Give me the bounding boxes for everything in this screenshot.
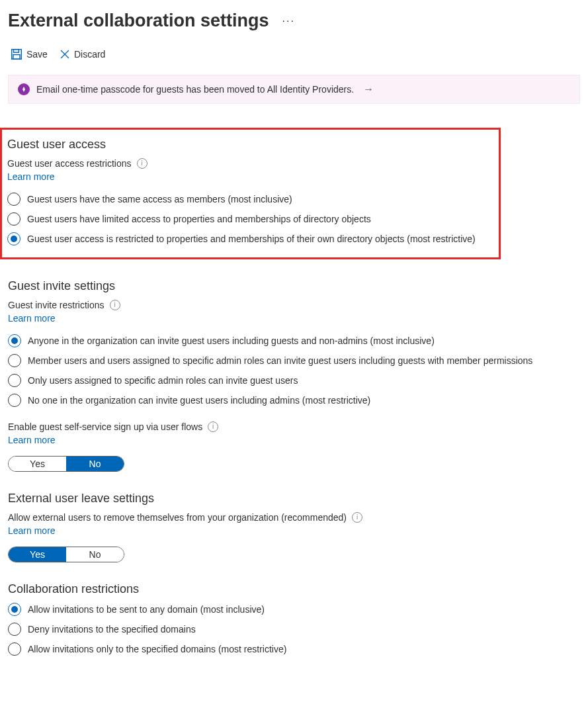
- radio-label: Guest user access is restricted to prope…: [27, 234, 476, 244]
- collab-heading: Collaboration restrictions: [8, 582, 580, 596]
- collab-section: Collaboration restrictions Allow invitat…: [8, 582, 580, 656]
- toggle-no[interactable]: No: [66, 547, 124, 562]
- radio-label: Allow invitations only to the specified …: [28, 644, 286, 654]
- radio-label: Deny invitations to the specified domain…: [28, 624, 196, 635]
- self-service-toggle[interactable]: Yes No: [8, 456, 124, 472]
- leave-section: External user leave settings Allow exter…: [8, 492, 580, 562]
- radio-label: Guest users have limited access to prope…: [27, 214, 371, 224]
- guest_access-option[interactable]: Guest users have the same access as memb…: [7, 193, 493, 206]
- learn-more-link[interactable]: Learn more: [8, 525, 56, 536]
- arrow-right-icon: →: [363, 83, 374, 95]
- radio-label: Only users assigned to specific admin ro…: [28, 375, 298, 386]
- guest-invite-section: Guest invite settings Guest invite restr…: [8, 279, 580, 472]
- radio-label: Guest users have the same access as memb…: [27, 194, 292, 204]
- radio-icon[interactable]: [8, 334, 21, 347]
- guest_invite-option[interactable]: Only users assigned to specific admin ro…: [8, 374, 580, 387]
- radio-label: Allow invitations to be sent to any doma…: [28, 604, 265, 615]
- page-title: External collaboration settings: [8, 11, 269, 31]
- guest-access-highlight: Guest user access Guest user access rest…: [0, 128, 501, 259]
- radio-icon[interactable]: [8, 394, 21, 407]
- radio-icon[interactable]: [7, 212, 21, 226]
- guest_invite-option[interactable]: Member users and users assigned to speci…: [8, 354, 580, 367]
- compass-icon: [18, 83, 30, 95]
- learn-more-link[interactable]: Learn more: [8, 313, 56, 324]
- radio-icon[interactable]: [8, 354, 21, 367]
- radio-label: Anyone in the organization can invite gu…: [28, 335, 435, 346]
- guest_invite-option[interactable]: No one in the organization can invite gu…: [8, 394, 580, 407]
- radio-icon[interactable]: [8, 603, 21, 616]
- more-icon[interactable]: ···: [282, 15, 295, 27]
- toggle-yes[interactable]: Yes: [9, 457, 66, 471]
- guest_access-option[interactable]: Guest user access is restricted to prope…: [7, 232, 493, 245]
- leave-toggle[interactable]: Yes No: [8, 547, 124, 562]
- radio-icon[interactable]: [8, 374, 21, 387]
- save-icon: [11, 48, 22, 60]
- leave-subheading: Allow external users to remove themselve…: [8, 512, 347, 523]
- info-icon[interactable]: i: [110, 300, 120, 310]
- collab-radio-group: Allow invitations to be sent to any doma…: [8, 603, 580, 656]
- info-icon[interactable]: i: [352, 512, 362, 523]
- discard-label: Discard: [74, 49, 105, 60]
- toolbar: Save Discard: [8, 44, 580, 68]
- guest_invite-option[interactable]: Anyone in the organization can invite gu…: [8, 334, 580, 347]
- collab-option[interactable]: Deny invitations to the specified domain…: [8, 623, 580, 636]
- save-label: Save: [26, 49, 48, 60]
- guest-invite-radio-group: Anyone in the organization can invite gu…: [8, 334, 580, 407]
- info-banner[interactable]: Email one-time passcode for guests has b…: [8, 75, 580, 104]
- guest-access-heading: Guest user access: [7, 138, 493, 152]
- radio-label: Member users and users assigned to speci…: [28, 355, 532, 366]
- collab-option[interactable]: Allow invitations to be sent to any doma…: [8, 603, 580, 616]
- save-button[interactable]: Save: [11, 48, 48, 60]
- radio-icon[interactable]: [8, 623, 21, 636]
- self-service-label: Enable guest self-service sign up via us…: [8, 421, 202, 432]
- leave-heading: External user leave settings: [8, 492, 580, 506]
- svg-rect-2: [13, 55, 20, 60]
- info-icon[interactable]: i: [137, 158, 147, 169]
- close-icon: [60, 49, 70, 60]
- guest-invite-heading: Guest invite settings: [8, 279, 580, 293]
- svg-marker-5: [22, 87, 25, 92]
- radio-icon[interactable]: [7, 232, 21, 245]
- guest-access-subheading: Guest user access restrictions: [7, 158, 132, 169]
- learn-more-link[interactable]: Learn more: [8, 435, 56, 445]
- banner-text: Email one-time passcode for guests has b…: [36, 84, 354, 95]
- guest-invite-subheading: Guest invite restrictions: [8, 300, 105, 310]
- guest_access-option[interactable]: Guest users have limited access to prope…: [7, 212, 493, 226]
- discard-button[interactable]: Discard: [60, 49, 105, 60]
- toggle-yes[interactable]: Yes: [9, 547, 66, 562]
- collab-option[interactable]: Allow invitations only to the specified …: [8, 642, 580, 656]
- radio-icon[interactable]: [8, 642, 21, 656]
- radio-label: No one in the organization can invite gu…: [28, 395, 370, 406]
- svg-rect-1: [14, 50, 19, 53]
- toggle-no[interactable]: No: [66, 457, 124, 471]
- learn-more-link[interactable]: Learn more: [7, 171, 55, 182]
- radio-icon[interactable]: [7, 193, 21, 206]
- guest-access-radio-group: Guest users have the same access as memb…: [7, 193, 493, 245]
- info-icon[interactable]: i: [208, 421, 218, 432]
